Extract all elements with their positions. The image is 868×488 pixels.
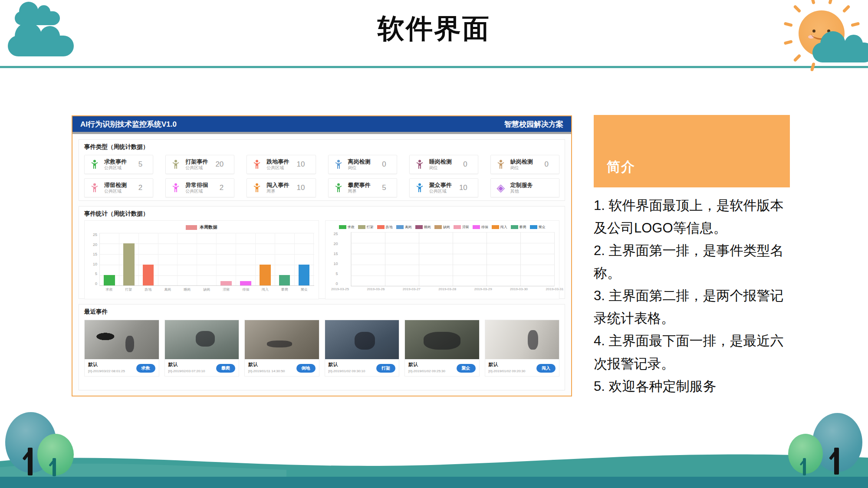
app-window: AI行为识别技术监控系统V1.0 智慧校园解决方案 事件类型（周统计数据）: [72, 115, 572, 396]
event-type-card[interactable]: 打架事件 公共区域 20: [165, 155, 234, 174]
date-tick-label: 2019-03-28: [438, 287, 456, 291]
legend-entry: 离岗: [396, 225, 412, 229]
bar: [240, 281, 251, 285]
legend-label: 本周数据: [200, 224, 217, 230]
sun-ray: [793, 54, 801, 62]
bar: [104, 275, 115, 285]
event-type-card[interactable]: 异常徘徊 公共区域 2: [165, 178, 234, 197]
y-tick-label: 10: [333, 262, 338, 266]
event-thumbnail[interactable]: 默认 [0]-2019/01/02 09:25:30 聚众: [404, 320, 480, 377]
event-type-badge: 打架: [376, 364, 395, 373]
legend-label: 滞留: [462, 225, 469, 229]
event-thumbnail[interactable]: 默认 [0]-2019/01/11 14:30:50 倒地: [244, 320, 319, 377]
bar: [123, 243, 134, 285]
date-tick-label: 2019-03-29: [474, 287, 492, 291]
bar-column: [275, 233, 295, 285]
event-type-count: 5: [138, 160, 142, 169]
line-chart-legend: 求救 打架 跌地 离岗: [330, 223, 555, 230]
two-people-fighting-icon: [170, 159, 181, 170]
event-type-card[interactable]: 离岗检测 岗位 0: [328, 155, 397, 174]
y-tick-label: 15: [93, 252, 97, 256]
x-tick-label: 攀爬: [275, 287, 295, 292]
sun-ray: [810, 0, 815, 4]
date-tick-label: 2019-03-25: [331, 287, 349, 291]
group-of-people-icon: [414, 182, 425, 193]
date-tick-label: 2019-03-27: [403, 287, 421, 291]
legend-entry: 求救: [339, 225, 355, 229]
legend-swatch: [511, 225, 518, 229]
event-types-panel: 事件类型（周统计数据） 求救事件 公共区域: [79, 139, 565, 201]
intro-item: 1. 软件界面最顶上，是软件版本及公司LOGO等信息。: [594, 194, 790, 239]
bar: [299, 265, 309, 285]
legend-swatch: [377, 225, 385, 229]
event-type-card[interactable]: ◈ 定制服务 其他: [490, 178, 559, 197]
event-type-card[interactable]: 闯入事件 周界 10: [247, 178, 316, 197]
bar-column: [139, 233, 158, 285]
event-type-name: 跌地事件: [266, 158, 289, 165]
legend-label: 聚众: [539, 225, 546, 229]
person-climbing-icon: [333, 182, 344, 193]
crowd-gathering-snapshot: [405, 320, 479, 359]
event-type-area: 岗位: [429, 165, 452, 170]
event-type-area: 周界: [266, 189, 289, 194]
bar-column: [158, 233, 178, 285]
legend-entry: 缺岗: [434, 225, 450, 229]
person-falling-icon: [251, 159, 263, 170]
app-titlebar: AI行为识别技术监控系统V1.0 智慧校园解决方案: [72, 116, 571, 132]
legend-label: 跌地: [386, 225, 393, 229]
recent-events-panel: 最近事件 默认 [0]-2019/03/22 08:01:25 求救: [79, 304, 565, 390]
event-type-card[interactable]: 睡岗检测 岗位 0: [409, 155, 478, 174]
event-type-count: 0: [545, 160, 549, 169]
event-type-name: 定制服务: [510, 182, 533, 189]
diamond-icon: ◈: [495, 182, 506, 193]
y-tick-label: 15: [333, 252, 338, 256]
intro-item: 4. 主界面最下面一排，是最近六次报警记录。: [594, 330, 790, 375]
event-thumbnail[interactable]: 默认 [0]-2019/01/02 09:20:30 闯入: [485, 320, 560, 377]
y-tick-label: 20: [333, 242, 338, 246]
event-type-card[interactable]: 缺岗检测 岗位 0: [490, 155, 559, 174]
event-type-area: 公共区域: [266, 165, 289, 170]
event-type-area: 公共区域: [104, 189, 127, 194]
event-thumbnail[interactable]: 默认 [0]-2019/01/02 09:30:10 打架: [325, 320, 400, 377]
x-axis-dates: 2019-03-252019-03-262019-03-272019-03-28…: [340, 287, 555, 292]
x-tick-label: 徘徊: [236, 287, 256, 292]
date-tick-label: 2019-03-30: [510, 287, 528, 291]
legend-swatch: [530, 225, 537, 229]
event-type-card[interactable]: 滞留检测 公共区域 2: [84, 178, 153, 197]
event-type-card[interactable]: 跌地事件 公共区域 10: [247, 155, 316, 174]
x-tick-label: 跌地: [138, 287, 158, 292]
y-tick-label: 25: [333, 232, 338, 236]
person-arms-up-icon: [89, 159, 100, 170]
bar-column: [217, 233, 236, 285]
intro-heading: 简介: [607, 158, 635, 176]
event-type-area: 公共区域: [104, 165, 127, 170]
person-climbing-wall-snapshot: [165, 320, 239, 359]
event-type-count: 10: [297, 183, 305, 192]
legend-label: 缺岗: [443, 225, 450, 229]
bar: [220, 281, 231, 285]
person-leaving-desk-icon: [333, 159, 344, 170]
bar: [279, 275, 290, 285]
legend-swatch: [492, 225, 499, 229]
event-type-name: 闯入事件: [266, 182, 289, 189]
recent-events-heading: 最近事件: [84, 308, 559, 316]
event-thumbnail[interactable]: 默认 [0]-2019/02/03 07:20:10 攀爬: [164, 320, 240, 377]
people-fighting-snapshot: [325, 320, 399, 359]
event-type-name: 打架事件: [185, 158, 208, 165]
event-type-card[interactable]: 求救事件 公共区域 5: [84, 155, 153, 174]
legend-entry: 闯入: [492, 225, 507, 229]
legend-entry: 徘徊: [473, 225, 488, 229]
event-thumbnail[interactable]: 默认 [0]-2019/03/22 08:01:25 求救: [84, 320, 159, 377]
slide: 软件界面 AI行为识别技术监控系统V1.0 智慧校园解决方案 事件类型（周统计数…: [0, 0, 868, 488]
legend-entry: 滞留: [454, 225, 469, 229]
event-type-badge: 倒地: [296, 364, 316, 373]
event-type-name: 求救事件: [104, 158, 127, 165]
tree-trunk: [834, 448, 839, 475]
x-tick-label: 离岗: [158, 287, 178, 292]
bar-chart-legend: 本周数据: [89, 223, 314, 231]
event-type-card[interactable]: 聚众事件 公共区域 10: [409, 178, 478, 197]
x-tick-label: 睡岗: [178, 287, 197, 292]
event-type-card[interactable]: 攀爬事件 周界 5: [328, 178, 397, 197]
legend-swatch: [396, 225, 404, 229]
event-type-name: 缺岗检测: [510, 158, 533, 165]
